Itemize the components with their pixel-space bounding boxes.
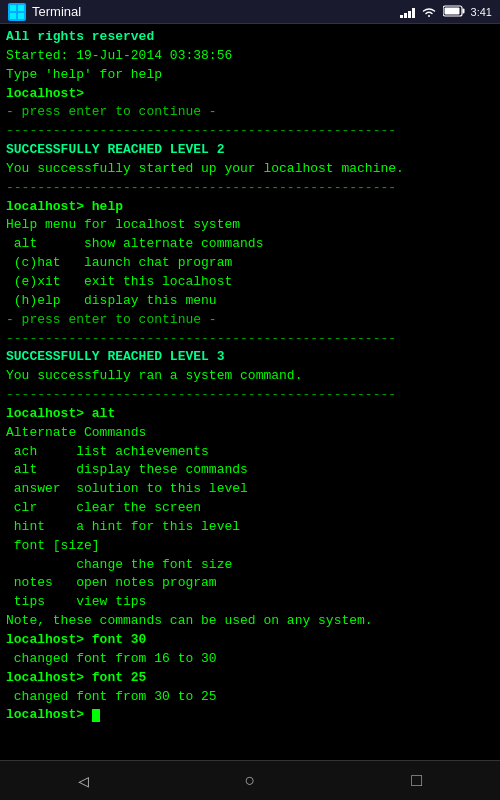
terminal-line: Note, these commands can be used on any …	[6, 612, 494, 631]
terminal-line: localhost>	[6, 706, 494, 725]
terminal-line: Alternate Commands	[6, 424, 494, 443]
status-right: 3:41	[400, 5, 492, 19]
battery-icon	[443, 5, 465, 19]
terminal-line: alt display these commands	[6, 461, 494, 480]
terminal-line: ----------------------------------------…	[6, 179, 494, 198]
svg-rect-2	[10, 13, 16, 19]
terminal-line: SUCCESSFULLY REACHED LEVEL 2	[6, 141, 494, 160]
nav-bar: ◁ ○ □	[0, 760, 500, 800]
terminal-line: answer solution to this level	[6, 480, 494, 499]
svg-rect-1	[18, 5, 24, 11]
terminal-line: ----------------------------------------…	[6, 330, 494, 349]
terminal-line: changed font from 16 to 30	[6, 650, 494, 669]
terminal-line: - press enter to continue -	[6, 103, 494, 122]
cursor	[92, 709, 100, 722]
terminal-line: clr clear the screen	[6, 499, 494, 518]
terminal-line: localhost> alt	[6, 405, 494, 424]
terminal-output: All rights reservedStarted: 19-Jul-2014 …	[0, 24, 500, 800]
terminal-line: - press enter to continue -	[6, 311, 494, 330]
recent-button[interactable]: □	[391, 763, 442, 799]
terminal-line: (c)hat launch chat program	[6, 254, 494, 273]
time-display: 3:41	[471, 6, 492, 18]
app-title: Terminal	[32, 4, 81, 19]
terminal-line: tips view tips	[6, 593, 494, 612]
terminal-line: localhost> font 30	[6, 631, 494, 650]
terminal-line: (e)xit exit this localhost	[6, 273, 494, 292]
terminal-line: notes open notes program	[6, 574, 494, 593]
terminal-line: Type 'help' for help	[6, 66, 494, 85]
terminal-line: changed font from 30 to 25	[6, 688, 494, 707]
status-bar: Terminal 3:41	[0, 0, 500, 24]
terminal-line: localhost>	[6, 85, 494, 104]
terminal-line: SUCCESSFULLY REACHED LEVEL 3	[6, 348, 494, 367]
svg-rect-3	[18, 13, 24, 19]
svg-rect-6	[444, 7, 459, 14]
terminal-line: Help menu for localhost system	[6, 216, 494, 235]
terminal-line: All rights reserved	[6, 28, 494, 47]
terminal-line: localhost> font 25	[6, 669, 494, 688]
terminal-line: You successfully ran a system command.	[6, 367, 494, 386]
terminal-line: hint a hint for this level	[6, 518, 494, 537]
terminal-line: ----------------------------------------…	[6, 386, 494, 405]
terminal-line: ----------------------------------------…	[6, 122, 494, 141]
terminal-line: localhost> help	[6, 198, 494, 217]
terminal-line: Started: 19-Jul-2014 03:38:56	[6, 47, 494, 66]
terminal-line: change the font size	[6, 556, 494, 575]
app-icon	[8, 3, 26, 21]
svg-rect-5	[462, 8, 464, 13]
wifi-icon	[421, 6, 437, 18]
terminal-line: alt show alternate commands	[6, 235, 494, 254]
svg-rect-0	[10, 5, 16, 11]
terminal-line: You successfully started up your localho…	[6, 160, 494, 179]
terminal-line: ach list achievements	[6, 443, 494, 462]
terminal-line: font [size]	[6, 537, 494, 556]
home-button[interactable]: ○	[225, 763, 276, 799]
signal-icon	[400, 6, 415, 18]
back-button[interactable]: ◁	[58, 762, 109, 800]
terminal-line: (h)elp display this menu	[6, 292, 494, 311]
status-left: Terminal	[8, 3, 81, 21]
